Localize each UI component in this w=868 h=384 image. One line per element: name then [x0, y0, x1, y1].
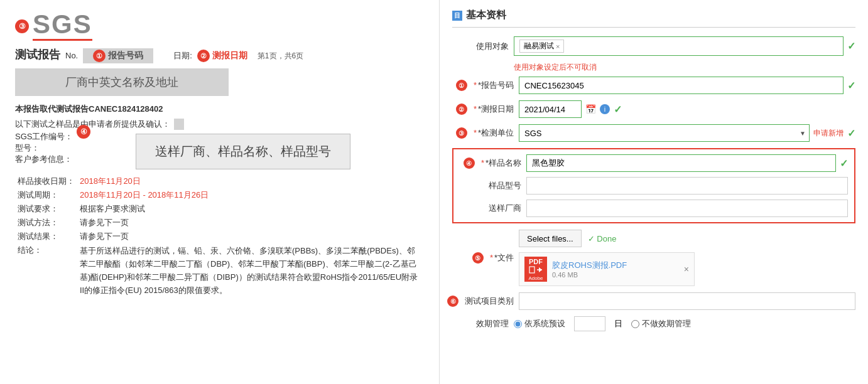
badge-4-right: ④ — [464, 157, 475, 169]
detection-unit-select-wrap: SGS ▼ — [519, 124, 810, 142]
file-size: 0.46 MB — [552, 271, 679, 279]
adobe-text: Adobe — [528, 275, 543, 281]
file-close-icon[interactable]: × — [684, 264, 689, 274]
sample-name-input[interactable] — [526, 154, 836, 172]
report-no-field: ✓ — [519, 77, 855, 94]
radio-system-label: 依系统预设 — [524, 318, 565, 329]
usage-label: 使用对象 — [452, 41, 509, 52]
validity-row: 效期管理 依系统预设 日 不做效期管理 — [452, 316, 855, 331]
table-row: 测试方法： 请参见下一页 — [15, 216, 424, 230]
sgs-logo-wrap: ③ SGS — [15, 11, 92, 41]
test-period-label: 测试周期： — [15, 188, 77, 202]
file-label: *文件 — [490, 252, 514, 264]
usage-check-icon: ✓ — [847, 40, 855, 52]
file-buttons: Select files... ✓ Done — [519, 230, 855, 247]
applicant-label: 以下测试之样品是由申请者所提供及确认： — [15, 119, 170, 130]
pdf-icon: PDF Adobe — [524, 257, 547, 282]
radio-system-input[interactable] — [514, 320, 522, 328]
date-value: ②测报日期 — [197, 50, 247, 62]
test-method-value: 请参见下一页 — [77, 216, 424, 230]
badge-2-right: ② — [456, 104, 467, 115]
table-row: 结论： 基于所送样品进行的测试，镉、铅、汞、六价铬、多溴联苯(PBBs)、多溴二… — [15, 243, 424, 298]
test-date-input[interactable] — [519, 100, 582, 118]
sample-model-label: 样品型号 — [489, 181, 521, 190]
report-no-value: ①报告号码 — [83, 48, 153, 63]
file-field: Select files... ✓ Done PDF Adobe 胶皮ROHS测… — [519, 230, 855, 286]
report-no-input[interactable] — [519, 77, 844, 94]
report-title-row: 测试报告 No. ①报告号码 日期: ②测报日期 第1页，共6页 — [15, 47, 424, 63]
badge-6-right: ⑥ — [447, 296, 458, 307]
test-req-value: 根据客户要求测试 — [77, 202, 424, 216]
usage-field: 融易测试 × ✓ — [514, 36, 855, 56]
usage-notice: 使用对象设定后不可取消 — [514, 62, 855, 73]
test-result-label: 测试结果： — [15, 230, 77, 243]
section-title: 目 基本资料 — [452, 9, 855, 28]
calendar-icon[interactable]: 📅 — [585, 104, 596, 114]
table-row: 样品接收日期： 2018年11月20日 — [15, 174, 424, 188]
pdf-symbol — [529, 265, 543, 274]
info-icon: i — [600, 104, 610, 114]
sample-vendor-row: 送样厂商 — [460, 200, 848, 217]
test-category-input[interactable] — [519, 292, 855, 310]
detection-unit-check-icon: ✓ — [847, 127, 855, 139]
sgs-logo: SGS — [33, 11, 92, 41]
receive-date-value: 2018年11月20日 — [77, 174, 424, 188]
sample-model-input[interactable] — [526, 177, 848, 195]
report-no-label: *报告号码 — [474, 80, 514, 91]
sample-vendor-input[interactable] — [526, 200, 848, 217]
company-box: 厂商中英文名称及地址 — [15, 68, 229, 96]
radio-no-validity: 不做效期管理 — [631, 318, 691, 329]
replace-notice: 本报告取代测试报告CANEC1824128402 — [15, 104, 424, 115]
right-panel: 目 基本资料 使用对象 融易测试 × ✓ 使用对象设定后不可取消 ① *报告号码… — [440, 0, 868, 384]
radio-group: 依系统预设 日 不做效期管理 — [514, 316, 691, 331]
test-date-row: ② *测报日期 📅 i ✓ — [452, 100, 855, 118]
applicant-row: 以下测试之样品是由申请者所提供及确认： — [15, 119, 424, 130]
test-date-label: *测报日期 — [474, 104, 514, 115]
section-icon: 目 — [452, 11, 462, 21]
sgs-header: ③ SGS — [15, 11, 424, 41]
svg-rect-0 — [529, 267, 534, 273]
svg-marker-2 — [539, 267, 542, 272]
badge-1: ① — [93, 50, 106, 62]
test-category-field — [519, 292, 855, 310]
radio-no-input[interactable] — [631, 320, 639, 328]
badge-3: ③ — [15, 19, 29, 33]
sample-model-row: 样品型号 — [460, 177, 848, 195]
select-files-button[interactable]: Select files... — [519, 230, 582, 247]
file-item: PDF Adobe 胶皮ROHS测报.PDF 0.46 MB × — [519, 252, 695, 286]
usage-tag-input[interactable]: 融易测试 × — [514, 36, 844, 56]
test-method-label: 测试方法： — [15, 216, 77, 230]
detection-unit-label: *检测单位 — [474, 127, 514, 139]
conclusion-value: 基于所送样品进行的测试，镉、铅、汞、六价铬、多溴联苯(PBBs)、多溴二苯酰(P… — [77, 243, 424, 298]
sample-vendor-field — [526, 200, 848, 217]
sample-name-check-icon: ✓ — [840, 157, 848, 169]
detection-unit-field: SGS ▼ 申请新增 ✓ — [519, 124, 855, 142]
done-button[interactable]: ✓ Done — [588, 234, 617, 243]
red-box-section: ④ *样品名称 ✓ 样品型号 送样厂商 — [452, 148, 855, 223]
radio-system-preset: 依系统预设 — [514, 318, 565, 329]
pdf-text: PDF — [529, 258, 543, 265]
detection-unit-row: ③ *检测单位 SGS ▼ 申请新增 ✓ — [452, 124, 855, 142]
apply-new-link[interactable]: 申请新增 — [813, 128, 844, 139]
section-title-text: 基本资料 — [466, 9, 506, 22]
file-name[interactable]: 胶皮ROHS测报.PDF — [552, 260, 679, 271]
usage-tag-close[interactable]: × — [556, 43, 560, 50]
sample-box: 送样厂商、样品名称、样品型号 — [136, 134, 350, 169]
left-panel: ③ SGS 测试报告 No. ①报告号码 日期: ②测报日期 第1页，共6页 厂… — [0, 0, 440, 384]
detection-unit-select[interactable]: SGS — [519, 124, 810, 142]
badge-4-left: ④ — [77, 125, 90, 139]
badge-1-right: ① — [456, 80, 467, 91]
report-title: 测试报告 — [15, 47, 60, 62]
info-table: 样品接收日期： 2018年11月20日 测试周期： 2018年11月20日 - … — [15, 174, 424, 298]
table-row: 测试要求： 根据客户要求测试 — [15, 202, 424, 216]
page-info: 第1页，共6页 — [258, 51, 303, 61]
validity-label: 效期管理 — [452, 318, 509, 329]
usage-tag-text: 融易测试 — [524, 41, 554, 51]
badge-2: ② — [197, 50, 210, 62]
sample-name-label: *样品名称 — [481, 157, 521, 169]
test-date-check-icon: ✓ — [614, 104, 622, 115]
days-unit-label: 日 — [614, 318, 622, 329]
days-input[interactable] — [574, 316, 605, 331]
badge-5-right: ⑤ — [472, 252, 484, 264]
date-row: 📅 i — [519, 100, 610, 118]
